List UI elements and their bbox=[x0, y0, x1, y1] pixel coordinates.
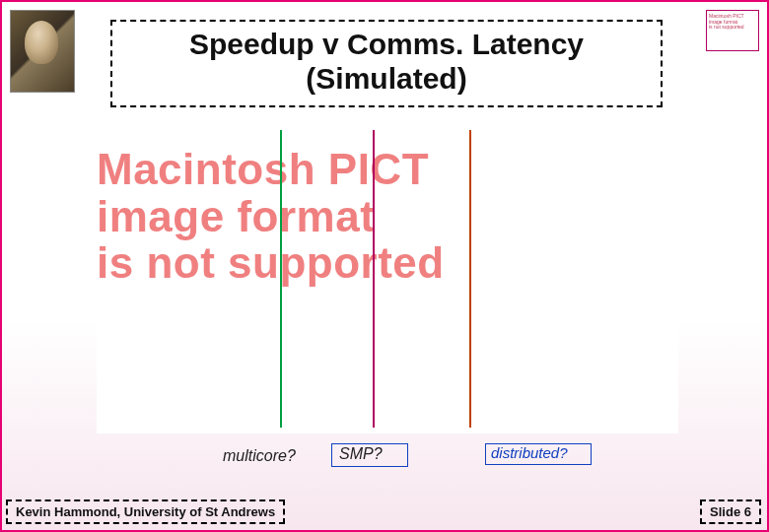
pict-line1: Macintosh PICT bbox=[97, 146, 678, 193]
footer-author: Kevin Hammond, University of St Andrews bbox=[6, 499, 285, 524]
category-smp: SMP? bbox=[339, 445, 383, 463]
thumbnail-pict-error: Macintosh PICT image format is not suppo… bbox=[706, 10, 759, 51]
slide-root: Macintosh PICT image format is not suppo… bbox=[0, 0, 769, 532]
footer-slide-number: Slide 6 bbox=[700, 499, 761, 524]
pict-line3: is not supported bbox=[97, 239, 678, 287]
category-row: multicore? SMP? distributed? bbox=[101, 445, 682, 473]
title-box: Speedup v Comms. Latency (Simulated) bbox=[110, 20, 663, 107]
divider-line-2 bbox=[373, 130, 375, 428]
category-distributed: distributed? bbox=[491, 444, 568, 461]
portrait-image bbox=[10, 10, 75, 93]
chart-pane: Macintosh PICT image format is not suppo… bbox=[97, 118, 678, 433]
title-line1: Speedup v Comms. Latency bbox=[189, 28, 584, 60]
pict-line2: image format bbox=[97, 193, 678, 240]
divider-line-3 bbox=[469, 130, 471, 428]
divider-line-1 bbox=[280, 130, 282, 428]
category-multicore: multicore? bbox=[223, 447, 296, 465]
slide-title: Speedup v Comms. Latency (Simulated) bbox=[122, 28, 651, 96]
title-line2: (Simulated) bbox=[306, 62, 466, 95]
pict-error-text: Macintosh PICT image format is not suppo… bbox=[97, 146, 678, 287]
thumb-line3: is not supported bbox=[709, 25, 756, 31]
